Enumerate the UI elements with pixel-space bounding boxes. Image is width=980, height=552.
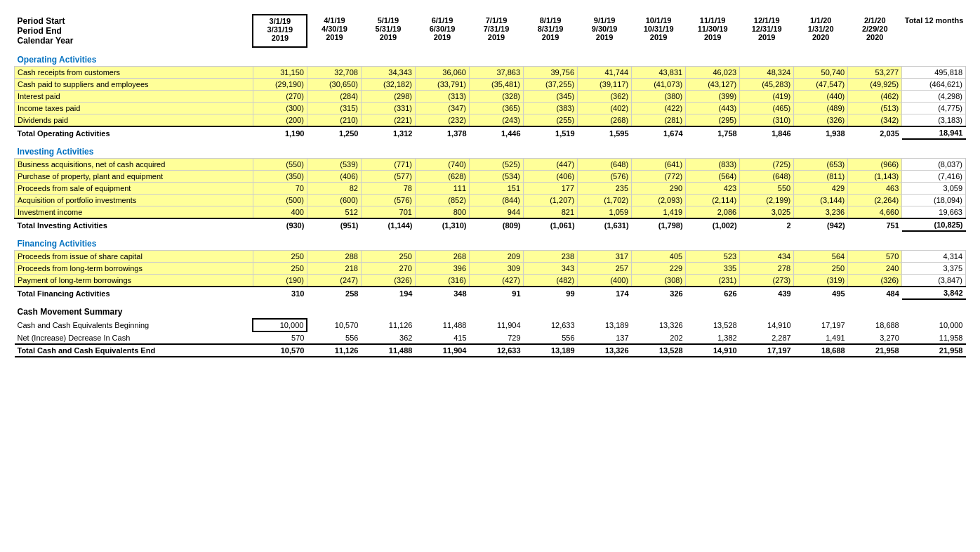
data-cell-8: 46,023 xyxy=(686,67,740,79)
data-cell-10: 564 xyxy=(794,251,848,263)
summary-total: 11,958 xyxy=(902,331,966,344)
data-cell-2: 701 xyxy=(361,206,415,219)
data-cell-5: (1,207) xyxy=(524,195,578,206)
data-cell-6: (402) xyxy=(578,103,632,114)
data-cell-10: 250 xyxy=(794,263,848,275)
total-cell-1: 1,250 xyxy=(307,126,361,139)
section-title: Cash Movement Summary xyxy=(15,303,966,319)
summary-cell-8: 13,528 xyxy=(686,319,740,331)
total-cell-3: 348 xyxy=(415,287,469,299)
header-col-8: 11/1/19 11/30/19 2019 xyxy=(686,15,740,47)
data-cell-2: (298) xyxy=(361,91,415,103)
data-cell-5: (482) xyxy=(524,275,578,287)
data-cell-3: (628) xyxy=(415,171,469,183)
data-cell-11: (513) xyxy=(848,103,902,114)
data-cell-2: (221) xyxy=(361,114,415,127)
data-cell-10: (47,547) xyxy=(794,79,848,91)
data-cell-4: (427) xyxy=(470,275,524,287)
period-end-label: Period End xyxy=(18,26,62,36)
summary-cell-8: 1,382 xyxy=(686,331,740,344)
total-cell-8: (1,002) xyxy=(686,218,740,231)
total-grand: (10,825) xyxy=(902,218,966,231)
data-cell-0: (270) xyxy=(253,91,307,103)
data-cell-10: (489) xyxy=(794,103,848,114)
header-col-7: 10/1/19 10/31/19 2019 xyxy=(632,15,686,47)
summary-cell-3: 415 xyxy=(415,331,469,344)
row-label: Proceeds from long-term borrowings xyxy=(15,263,253,275)
data-cell-9: (2,199) xyxy=(740,195,794,206)
summary-cell-4: 729 xyxy=(470,331,524,344)
grand-total-cell-11: 21,958 xyxy=(848,344,902,357)
data-cell-4: (35,481) xyxy=(470,79,524,91)
row-total: 495,818 xyxy=(902,67,966,79)
row-label: Business acquisitions, net of cash acqui… xyxy=(15,159,253,171)
section-title: Operating Activities xyxy=(15,51,966,67)
data-cell-11: (49,925) xyxy=(848,79,902,91)
col-end: 7/31/19 xyxy=(484,25,510,33)
data-cell-11: 463 xyxy=(848,183,902,195)
data-cell-7: (308) xyxy=(632,275,686,287)
data-cell-9: 550 xyxy=(740,183,794,195)
summary-label: Net (Increase) Decrease In Cash xyxy=(15,331,253,344)
row-total: 4,314 xyxy=(902,251,966,263)
total-cell-3: (1,310) xyxy=(415,218,469,231)
total-cell-5: (1,061) xyxy=(524,218,578,231)
data-cell-4: (365) xyxy=(470,103,524,114)
data-cell-9: (648) xyxy=(740,171,794,183)
total-cell-9: 439 xyxy=(740,287,794,299)
col-end: 6/30/19 xyxy=(430,25,456,33)
data-cell-3: 396 xyxy=(415,263,469,275)
data-cell-11: (326) xyxy=(848,275,902,287)
data-cell-3: (852) xyxy=(415,195,469,206)
data-cell-8: (43,127) xyxy=(686,79,740,91)
data-cell-2: 250 xyxy=(361,251,415,263)
data-cell-11: (966) xyxy=(848,159,902,171)
col-year: 2019 xyxy=(596,33,613,41)
data-cell-6: (576) xyxy=(578,171,632,183)
header-col-5: 8/1/19 8/31/19 2019 xyxy=(524,15,578,47)
data-cell-7: 405 xyxy=(632,251,686,263)
col-end: 10/31/19 xyxy=(644,25,674,33)
data-cell-9: 48,324 xyxy=(740,67,794,79)
header-row: Period Start Period End Calendar Year3/1… xyxy=(15,15,966,47)
data-cell-8: 423 xyxy=(686,183,740,195)
data-cell-0: 70 xyxy=(253,183,307,195)
total-cell-10: (942) xyxy=(794,218,848,231)
data-cell-0: (550) xyxy=(253,159,307,171)
col-year: 2020 xyxy=(812,33,829,41)
data-cell-5: 177 xyxy=(524,183,578,195)
summary-cell-0: 570 xyxy=(253,331,307,344)
data-cell-3: (347) xyxy=(415,103,469,114)
data-cell-2: (331) xyxy=(361,103,415,114)
data-cell-7: (41,073) xyxy=(632,79,686,91)
total-cell-0: 1,190 xyxy=(253,126,307,139)
data-cell-2: (771) xyxy=(361,159,415,171)
data-cell-7: (380) xyxy=(632,91,686,103)
row-total: 19,663 xyxy=(902,206,966,219)
grand-total-cell-7: 13,528 xyxy=(632,344,686,357)
total-cell-6: (1,631) xyxy=(578,218,632,231)
data-cell-10: 429 xyxy=(794,183,848,195)
summary-cell-10: 1,491 xyxy=(794,331,848,344)
col-end: 12/31/19 xyxy=(752,25,782,33)
cash-flow-table-container: Period Start Period End Calendar Year3/1… xyxy=(14,14,966,357)
summary-cell-1: 10,570 xyxy=(307,319,361,331)
data-cell-3: (232) xyxy=(415,114,469,127)
data-cell-11: 53,277 xyxy=(848,67,902,79)
data-cell-9: (725) xyxy=(740,159,794,171)
col-year: 2019 xyxy=(434,33,451,41)
data-cell-8: (443) xyxy=(686,103,740,114)
data-cell-8: (833) xyxy=(686,159,740,171)
total-row: Total Operating Activities1,1901,2501,31… xyxy=(15,126,966,139)
row-label: Dividends paid xyxy=(15,114,253,127)
data-cell-8: (231) xyxy=(686,275,740,287)
data-cell-8: (2,114) xyxy=(686,195,740,206)
data-cell-10: (326) xyxy=(794,114,848,127)
grand-total-cell-4: 12,633 xyxy=(470,344,524,357)
data-cell-0: 250 xyxy=(253,263,307,275)
data-cell-10: (653) xyxy=(794,159,848,171)
data-cell-1: 512 xyxy=(307,206,361,219)
row-total: (8,037) xyxy=(902,159,966,171)
grand-total-cell-10: 18,688 xyxy=(794,344,848,357)
total-cell-5: 99 xyxy=(524,287,578,299)
